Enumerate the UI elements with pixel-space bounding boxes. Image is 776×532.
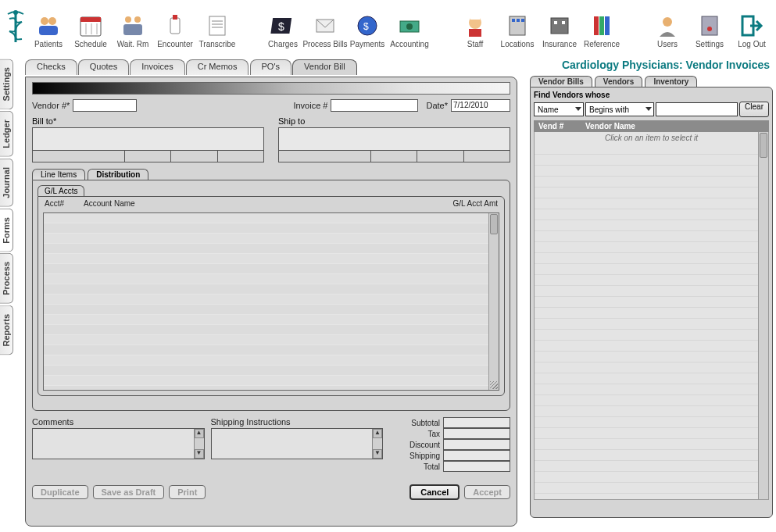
resize-handle-icon[interactable] [490, 381, 498, 389]
tab-vendor-bills[interactable]: Vendor Bills [530, 76, 592, 87]
tb-encounter[interactable]: Encounter [154, 5, 196, 48]
side-tab-journal[interactable]: Journal [0, 159, 13, 207]
tb-label: Settings [696, 40, 724, 48]
field-select[interactable]: Name [534, 102, 584, 116]
gl-accts-tab[interactable]: G/L Accts [38, 185, 84, 196]
side-tab-settings[interactable]: Settings [0, 59, 13, 109]
side-tabs: Settings Ledger Journal Forms Process Re… [0, 59, 23, 357]
subtotal-label: Subtotal [389, 419, 443, 427]
svg-rect-11 [123, 24, 142, 35]
scrollbar[interactable]: ▲▼ [372, 429, 382, 459]
vendor-num-field[interactable] [73, 99, 137, 112]
bill-to-address[interactable] [32, 127, 264, 151]
scrollbar[interactable]: ▲▼ [194, 429, 204, 459]
svg-text:$: $ [363, 21, 369, 32]
sub-tab-distribution[interactable]: Distribution [88, 169, 148, 180]
col-account-name: Account Name [84, 199, 427, 208]
tb-label: Locations [501, 40, 535, 48]
doc-tabs-row: Checks Quotes Invoices Cr Memos PO's Ven… [25, 59, 517, 77]
ship-to-city-state-zip[interactable] [278, 151, 510, 162]
operator-select[interactable]: Begins with [585, 102, 654, 116]
save-as-draft-button[interactable]: Save as Draft [93, 485, 165, 499]
find-controls: Name Begins with Clear [534, 102, 769, 117]
charges-icon: $ [270, 13, 295, 38]
svg-rect-29 [512, 19, 515, 22]
invoice-num-field[interactable] [331, 99, 418, 112]
vendor-list-scrollbar[interactable] [758, 132, 768, 499]
tb-label: Accounting [390, 40, 428, 48]
svg-rect-12 [170, 18, 180, 34]
locations-icon [505, 13, 530, 38]
shipping-instructions-field[interactable]: ▲▼ [211, 428, 384, 459]
staff-icon [463, 13, 488, 38]
right-tabs-row: Vendor Bills Vendors Inventory [530, 76, 773, 87]
tb-payments[interactable]: $Payments [346, 5, 388, 48]
tax-value [443, 428, 510, 439]
vendor-list-header: Vend # Vendor Name [534, 120, 769, 132]
tb-schedule[interactable]: Schedule [70, 5, 112, 48]
tb-reference[interactable]: Reference [581, 5, 623, 48]
header-gradient [32, 82, 510, 95]
tb-patients[interactable]: Patients [27, 5, 70, 48]
sub-tabs-row: Line Items Distribution [32, 169, 510, 180]
tab-quotes[interactable]: Quotes [78, 59, 129, 75]
page-title: Cardiology Physicians: Vendor Invoices [530, 59, 773, 76]
accept-button[interactable]: Accept [464, 485, 510, 499]
waiting-room-icon [120, 13, 145, 38]
svg-rect-35 [594, 16, 599, 35]
tab-pos[interactable]: PO's [250, 59, 292, 75]
tb-label: Patients [34, 40, 63, 48]
tb-insurance[interactable]: Insurance [538, 5, 581, 48]
tb-settings[interactable]: Settings [688, 5, 731, 48]
tb-logout[interactable]: Log Out [731, 5, 773, 48]
tb-label: Payments [350, 40, 384, 48]
arrow-up-icon[interactable]: ▲ [373, 429, 382, 438]
date-label: Date* [426, 101, 448, 110]
tab-checks[interactable]: Checks [25, 59, 77, 75]
arrow-down-icon[interactable]: ▼ [373, 449, 382, 459]
tb-users[interactable]: Users [646, 5, 688, 48]
tb-charges[interactable]: $Charges [262, 5, 304, 48]
tb-staff[interactable]: Staff [454, 5, 496, 48]
tb-label: Staff [467, 40, 483, 48]
arrow-up-icon[interactable]: ▲ [195, 429, 204, 438]
tb-wait-rm[interactable]: Wait. Rm [112, 5, 154, 48]
search-input[interactable] [656, 102, 738, 116]
print-button[interactable]: Print [169, 485, 206, 499]
vendor-bill-form: Vendor #* Invoice # Date* 7/12/2010 Bill… [25, 77, 517, 527]
arrow-down-icon[interactable]: ▼ [195, 449, 204, 459]
duplicate-button[interactable]: Duplicate [32, 485, 88, 499]
settings-icon [697, 13, 722, 38]
vendor-list[interactable]: Click on an item to select it [534, 132, 769, 500]
side-tab-forms[interactable]: Forms [0, 209, 13, 252]
vendor-list-hint: Click on an item to select it [535, 132, 768, 144]
tb-locations[interactable]: Locations [496, 5, 538, 48]
sub-tab-line-items[interactable]: Line Items [32, 169, 85, 180]
ship-to-address[interactable] [278, 127, 510, 151]
date-field[interactable]: 7/12/2010 [451, 99, 510, 112]
find-vendors-label: Find Vendors whose [534, 91, 769, 99]
tab-vendor-bill[interactable]: Vendor Bill [292, 59, 357, 75]
clear-button[interactable]: Clear [739, 102, 769, 117]
tab-invoices[interactable]: Invoices [130, 59, 184, 75]
tab-inventory[interactable]: Inventory [645, 76, 697, 87]
vendors-panel: Find Vendors whose Name Begins with Clea… [530, 87, 773, 518]
tab-vendors[interactable]: Vendors [595, 76, 642, 87]
comments-field[interactable]: ▲▼ [32, 428, 205, 459]
process-bills-icon [313, 13, 338, 38]
tab-cr-memos[interactable]: Cr Memos [186, 59, 249, 75]
side-tab-reports[interactable]: Reports [0, 305, 13, 355]
tb-accounting[interactable]: Accounting [388, 5, 431, 48]
totals-block: Subtotal Tax Discount Shipping Total [389, 417, 510, 472]
cancel-button[interactable]: Cancel [409, 484, 460, 500]
side-tab-process[interactable]: Process [0, 253, 13, 304]
svg-rect-34 [562, 21, 565, 24]
gl-grid-scrollbar[interactable] [488, 213, 499, 390]
tb-process-bills[interactable]: Process Bills [304, 5, 346, 48]
tb-transcribe[interactable]: Transcribe [196, 5, 238, 48]
tb-group-org: Staff Locations Insurance Reference [454, 5, 623, 48]
form-buttons: Duplicate Save as Draft Print Cancel Acc… [32, 484, 510, 500]
gl-grid[interactable] [43, 212, 499, 391]
bill-to-city-state-zip[interactable] [32, 151, 264, 162]
side-tab-ledger[interactable]: Ledger [0, 111, 13, 157]
